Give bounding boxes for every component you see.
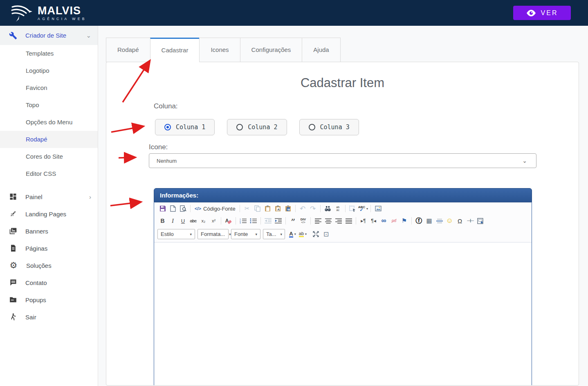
blockquote-icon[interactable]: ” xyxy=(288,216,298,226)
folder-icon xyxy=(9,296,17,304)
source-icon: </> xyxy=(195,206,201,211)
strikethrough-icon[interactable]: abc xyxy=(189,216,198,226)
paste-from-word-icon[interactable]: W xyxy=(283,204,293,213)
font-size-dropdown[interactable]: Ta... ▾ xyxy=(263,229,285,239)
sidebar: Criador de Site ⌄ Templates Logotipo Fav… xyxy=(0,26,98,386)
sidebar-item-banners[interactable]: Banners xyxy=(0,222,98,240)
sidebar-item-popups[interactable]: Popups xyxy=(0,291,98,308)
numbered-list-icon[interactable]: 123 xyxy=(238,216,248,226)
tab-cadastrar[interactable]: Cadastrar xyxy=(150,38,200,62)
brand-name: MALVIS xyxy=(38,5,87,16)
iframe-icon[interactable] xyxy=(476,216,485,226)
table-icon[interactable]: ▦ xyxy=(424,216,434,226)
sidebar-section-criador-de-site[interactable]: Criador de Site ⌄ xyxy=(0,26,98,45)
caret-down-icon: ▾ xyxy=(294,232,296,236)
text-color-icon[interactable]: A ▾ xyxy=(288,229,297,239)
indent-icon[interactable] xyxy=(274,216,283,226)
save-icon[interactable] xyxy=(158,204,167,213)
sidebar-item-opcoes-do-menu[interactable]: Opções do Menu xyxy=(0,114,98,131)
paste-plain-text-icon[interactable]: A xyxy=(273,204,283,213)
main-content: Rodapé Cadastrar Icones Configurações Aj… xyxy=(98,26,588,386)
format-dropdown[interactable]: Formata... ▾ xyxy=(197,229,229,239)
radio-unselected-icon xyxy=(309,124,315,130)
editor-toolbar-row-2: B I U abc x₂ x² A 123 xyxy=(154,215,532,227)
sidebar-item-logotipo[interactable]: Logotipo xyxy=(0,62,98,79)
radio-coluna-2[interactable]: Coluna 2 xyxy=(227,119,287,135)
show-blocks-icon[interactable]: ⊡ xyxy=(321,229,331,239)
superscript-icon[interactable]: x² xyxy=(209,216,218,226)
tab-configuracoes[interactable]: Configurações xyxy=(240,38,302,62)
chevron-down-icon: ⌄ xyxy=(86,32,91,39)
sidebar-item-landing-pages[interactable]: Landing Pages xyxy=(0,205,98,222)
background-color-icon[interactable]: ab ▾ xyxy=(298,229,307,239)
italic-icon[interactable]: I xyxy=(168,216,177,226)
align-left-icon[interactable] xyxy=(313,216,323,226)
text-direction-rtl-icon[interactable]: ¶◂ xyxy=(369,216,378,226)
coluna-label: Coluna: xyxy=(154,102,178,110)
align-right-icon[interactable] xyxy=(334,216,343,226)
flash-icon[interactable]: ⓕ xyxy=(414,216,424,226)
sidebar-item-rodape[interactable]: Rodapé xyxy=(0,131,98,148)
informacoes-header: Informações: xyxy=(154,188,532,202)
sidebar-item-topo[interactable]: Topo xyxy=(0,96,98,114)
select-all-icon[interactable] xyxy=(348,204,357,213)
eye-icon xyxy=(526,9,536,17)
align-center-icon[interactable] xyxy=(323,216,333,226)
tab-icones[interactable]: Icones xyxy=(199,38,240,62)
malvis-bird-logo-icon xyxy=(11,4,34,22)
radio-coluna-3[interactable]: Coluna 3 xyxy=(299,119,359,135)
spell-check-icon[interactable]: ABC ✓ ▾ xyxy=(358,204,368,213)
sidebar-item-editor-css[interactable]: Editor CSS xyxy=(0,165,98,182)
radio-coluna-1[interactable]: Coluna 1 xyxy=(155,119,215,135)
undo-icon[interactable]: ↶ xyxy=(298,204,307,213)
sidebar-item-cores-do-site[interactable]: Cores do Site xyxy=(0,148,98,165)
smiley-icon[interactable]: ☺ xyxy=(445,216,454,226)
page-break-icon[interactable]: ⊣⊢ xyxy=(465,216,475,226)
sidebar-item-paginas[interactable]: Páginas xyxy=(0,240,98,257)
sidebar-item-templates[interactable]: Templates xyxy=(0,45,98,62)
outdent-icon[interactable] xyxy=(263,216,273,226)
text-direction-ltr-icon[interactable]: ▸¶ xyxy=(359,216,368,226)
replace-icon[interactable]: ab ac xyxy=(333,204,343,213)
anchor-flag-icon[interactable]: ⚑ xyxy=(399,216,409,226)
bold-icon[interactable]: B xyxy=(158,216,167,226)
new-page-icon[interactable] xyxy=(168,204,177,213)
unlink-icon[interactable]: ∞ xyxy=(389,216,399,226)
redo-icon[interactable]: ↷ xyxy=(308,204,318,213)
editor-content-area[interactable] xyxy=(154,242,532,386)
sidebar-item-sair[interactable]: Sair xyxy=(0,308,98,325)
maximize-icon[interactable] xyxy=(311,229,321,239)
icone-select[interactable]: Nenhum ⌄ xyxy=(149,153,536,168)
image-stack-icon xyxy=(9,227,17,235)
special-character-icon[interactable]: Ω xyxy=(455,216,465,226)
bulleted-list-icon[interactable] xyxy=(249,216,258,226)
page-title: Cadastrar Item xyxy=(106,76,579,90)
editor-toolbar-row-3: Estilo ▾ Formata... ▾ Fonte ▾ Ta... ▾ xyxy=(154,227,532,242)
sidebar-item-painel[interactable]: Painel › xyxy=(0,188,98,205)
source-code-button[interactable]: </> Código-Fonte xyxy=(193,204,237,213)
underline-icon[interactable]: U xyxy=(178,216,188,226)
sidebar-item-favicon[interactable]: Favicon xyxy=(0,79,98,96)
find-icon[interactable] xyxy=(323,204,332,213)
subscript-icon[interactable]: x₂ xyxy=(199,216,208,226)
paste-icon[interactable] xyxy=(263,204,272,213)
image-icon[interactable] xyxy=(373,204,383,213)
div-container-icon[interactable]: DIV </> xyxy=(298,216,308,226)
caret-down-icon: ▾ xyxy=(281,232,283,236)
tab-rodape[interactable]: Rodapé xyxy=(106,38,150,62)
align-justify-icon[interactable] xyxy=(344,216,353,226)
style-dropdown[interactable]: Estilo ▾ xyxy=(157,229,195,239)
sidebar-item-solucoes[interactable]: ⚙ Soluções xyxy=(0,257,98,274)
cut-icon[interactable]: ✂ xyxy=(242,204,252,213)
tab-ajuda[interactable]: Ajuda xyxy=(302,38,340,62)
editor-toolbar-row-1: </> Código-Fonte ✂ A W xyxy=(154,202,532,215)
font-dropdown[interactable]: Fonte ▾ xyxy=(231,229,260,239)
link-icon[interactable]: ∞ xyxy=(379,216,388,226)
remove-format-icon[interactable]: A xyxy=(224,216,233,226)
ver-button[interactable]: VER xyxy=(513,6,571,20)
coluna-radio-group: Coluna 1 Coluna 2 Coluna 3 xyxy=(155,119,359,135)
sidebar-item-contato[interactable]: Contato xyxy=(0,274,98,291)
horizontal-line-icon[interactable] xyxy=(435,216,444,226)
preview-icon[interactable] xyxy=(178,204,188,213)
copy-icon[interactable] xyxy=(253,204,262,213)
